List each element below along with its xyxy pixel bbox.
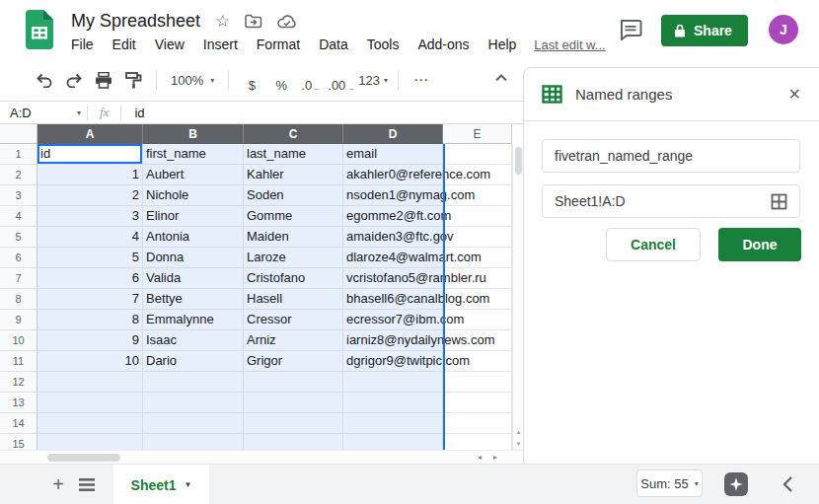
cloud-status-icon[interactable] [277, 14, 297, 29]
scroll-down-icon[interactable]: ▼ [513, 438, 523, 450]
increase-decimal-button[interactable]: .00 → [328, 67, 354, 93]
sum-badge[interactable]: Sum: 55 ▾ [636, 469, 703, 497]
row-header-5[interactable]: 5 [0, 227, 37, 248]
row-header-2[interactable]: 2 [0, 165, 37, 185]
share-button[interactable]: Share [661, 15, 748, 46]
document-title[interactable]: My Spreadsheet [71, 11, 200, 32]
avatar[interactable]: J [769, 15, 798, 44]
explore-button[interactable] [724, 472, 748, 496]
print-icon[interactable] [91, 67, 116, 93]
cell-B14[interactable] [143, 413, 244, 434]
cell-B10[interactable]: Isaac [143, 330, 244, 351]
cell-C11[interactable]: Grigor [244, 351, 343, 372]
close-icon[interactable]: ✕ [788, 85, 801, 104]
format-percent-button[interactable]: % [268, 67, 294, 93]
cell-D3[interactable]: nsoden1@nymag.com [343, 185, 443, 206]
cell-B13[interactable] [143, 393, 244, 413]
cell-B12[interactable] [143, 372, 244, 393]
row-header-10[interactable]: 10 [0, 330, 37, 351]
cell-B11[interactable]: Dario [143, 351, 244, 372]
row-header-7[interactable]: 7 [0, 268, 37, 289]
sheets-logo-icon[interactable] [26, 10, 55, 53]
row-header-3[interactable]: 3 [0, 185, 37, 206]
column-header-d[interactable]: D [343, 124, 443, 144]
cell-E12[interactable] [443, 372, 512, 393]
more-toolbar-options-button[interactable]: ⋯ [409, 67, 434, 93]
format-currency-button[interactable]: $ [239, 67, 264, 93]
all-sheets-menu-icon[interactable] [79, 477, 95, 495]
menu-data[interactable]: Data [319, 36, 348, 52]
cell-D11[interactable]: dgrigor9@twitpic.com [343, 351, 443, 372]
cell-D2[interactable]: akahler0@reference.com [343, 165, 443, 185]
add-sheet-button[interactable]: + [45, 471, 71, 497]
cell-C3[interactable]: Soden [244, 185, 343, 206]
zoom-control[interactable]: 100% ▾ [165, 73, 220, 88]
cell-D6[interactable]: dlaroze4@walmart.com [343, 248, 443, 268]
cell-A14[interactable] [37, 413, 143, 434]
collapse-toolbar-icon[interactable] [494, 69, 508, 87]
horizontal-scrollbar[interactable]: ◂ ▸ [0, 450, 523, 464]
cell-A7[interactable]: 6 [37, 268, 143, 289]
row-header-1[interactable]: 1 [0, 144, 37, 165]
vertical-scrollbar-thumb[interactable] [515, 147, 522, 175]
cell-C4[interactable]: Gomme [244, 206, 343, 227]
scroll-up-icon[interactable]: ▲ [513, 426, 523, 438]
cell-B4[interactable]: Elinor [143, 206, 244, 227]
cell-A10[interactable]: 9 [37, 330, 143, 351]
sheet-tab-menu-icon[interactable]: ▼ [185, 480, 192, 489]
cell-B1[interactable]: first_name [143, 144, 244, 165]
star-icon[interactable]: ☆ [215, 13, 230, 30]
menu-file[interactable]: File [71, 36, 94, 52]
scroll-left-icon[interactable]: ◂ [478, 451, 482, 465]
select-data-range-icon[interactable] [771, 193, 787, 210]
cell-C9[interactable]: Cressor [244, 310, 343, 330]
menu-add-ons[interactable]: Add-ons [417, 36, 469, 52]
cell-B15[interactable] [143, 434, 244, 450]
cell-B3[interactable]: Nichole [143, 185, 244, 206]
cell-C2[interactable]: Kahler [244, 165, 343, 185]
cell-A12[interactable] [37, 372, 143, 393]
sheet-tab-sheet1[interactable]: Sheet1 ▼ [113, 465, 209, 504]
cell-A6[interactable]: 5 [37, 248, 143, 268]
cancel-button[interactable]: Cancel [606, 228, 701, 261]
redo-icon[interactable] [61, 67, 87, 93]
cell-E15[interactable] [443, 434, 512, 450]
menu-format[interactable]: Format [257, 36, 300, 52]
column-header-a[interactable]: A [37, 124, 143, 144]
cell-D13[interactable] [343, 393, 443, 413]
row-header-14[interactable]: 14 [0, 413, 37, 434]
cell-B5[interactable]: Antonia [143, 227, 244, 248]
cell-A15[interactable] [37, 434, 143, 450]
cell-E13[interactable] [443, 393, 512, 413]
row-header-15[interactable]: 15 [0, 434, 37, 450]
cell-A1[interactable]: id [37, 144, 143, 165]
name-box[interactable]: A:D ▾ [0, 106, 87, 120]
cell-A3[interactable]: 2 [37, 185, 143, 206]
cell-C8[interactable]: Hasell [244, 289, 343, 310]
cell-A13[interactable] [37, 393, 143, 413]
range-reference-input[interactable]: Sheet1!A:D [542, 184, 800, 218]
row-header-12[interactable]: 12 [0, 372, 37, 393]
cell-D10[interactable]: iarniz8@nydailynews.com [343, 330, 443, 351]
last-edit-link[interactable]: Last edit w... [534, 37, 605, 52]
decrease-decimal-button[interactable]: .0 ← [298, 67, 324, 93]
select-all-corner[interactable] [0, 124, 37, 144]
cell-D5[interactable]: amaiden3@ftc.gov [343, 227, 443, 248]
menu-tools[interactable]: Tools [367, 36, 400, 52]
cell-E1[interactable] [443, 144, 512, 165]
cell-E14[interactable] [443, 413, 512, 434]
cell-D7[interactable]: vcristofano5@rambler.ru [343, 268, 443, 289]
cell-C15[interactable] [244, 434, 343, 450]
cell-D4[interactable]: egomme2@ft.com [343, 206, 443, 227]
row-header-11[interactable]: 11 [0, 351, 37, 372]
column-header-e[interactable]: E [443, 124, 512, 144]
cell-C6[interactable]: Laroze [244, 248, 343, 268]
cell-A8[interactable]: 7 [37, 289, 143, 310]
cell-D15[interactable] [343, 434, 443, 450]
menu-edit[interactable]: Edit [112, 36, 136, 52]
cell-A2[interactable]: 1 [37, 165, 143, 185]
cell-B6[interactable]: Donna [143, 248, 244, 268]
cell-A11[interactable]: 10 [37, 351, 143, 372]
cell-D12[interactable] [343, 372, 443, 393]
cell-C14[interactable] [244, 413, 343, 434]
